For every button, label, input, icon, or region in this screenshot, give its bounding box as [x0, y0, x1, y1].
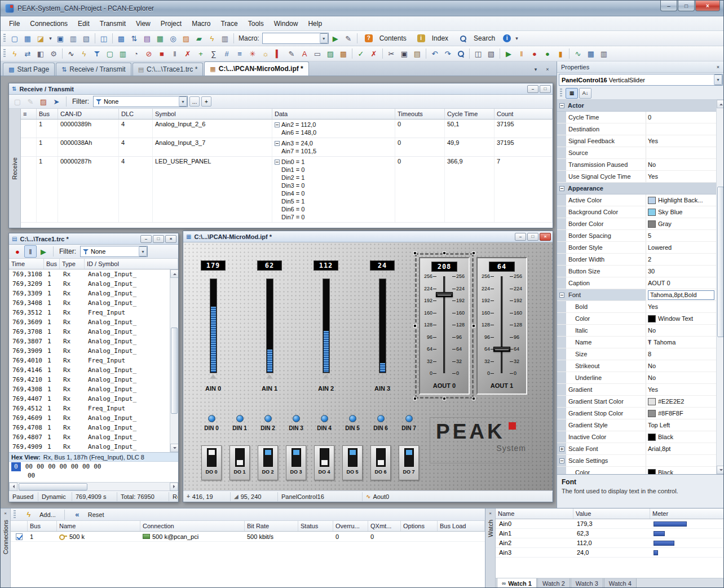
connect-icon[interactable]: ϟ	[8, 47, 21, 60]
pause-icon[interactable]: ‖	[24, 245, 37, 258]
column-header[interactable]: Data	[272, 109, 395, 119]
collapse-icon[interactable]	[559, 293, 564, 298]
ain-slider-track[interactable]	[210, 278, 217, 373]
column-header[interactable]: Bus	[28, 521, 57, 531]
watch-row[interactable]: Ain324,0	[496, 548, 724, 558]
pause-icon[interactable]: ‖	[515, 47, 528, 60]
watch-row[interactable]: Ain162,3	[496, 529, 724, 538]
about-arrow-icon[interactable]: ▾	[514, 32, 520, 45]
menu-window[interactable]: Window	[269, 17, 303, 30]
undo-icon[interactable]: ↶	[429, 47, 441, 60]
trace-hscrollbar[interactable]	[9, 482, 178, 490]
no-entry-icon[interactable]: ⊘	[143, 47, 155, 60]
property-value[interactable]: No	[646, 159, 716, 170]
property-value[interactable]: Tahoma,8pt,Bold	[646, 289, 716, 300]
menu-connections[interactable]: Connections	[25, 17, 73, 30]
column-header[interactable]: Symbol	[153, 109, 272, 119]
minimize-button[interactable]: –	[140, 235, 152, 243]
column-header[interactable]: Bus Load	[438, 521, 485, 531]
project-window-icon[interactable]: ◫	[98, 32, 110, 45]
property-value[interactable]: 8	[646, 348, 716, 360]
macros-window-icon[interactable]: ▰	[193, 32, 205, 45]
run-macro-icon[interactable]: ▶	[329, 32, 342, 45]
property-row[interactable]: Border Spacing5	[557, 230, 716, 242]
scroll-down-icon[interactable]	[170, 444, 178, 452]
print-preview-icon[interactable]: ▧	[80, 32, 92, 45]
watch-tab[interactable]: Watch 2	[537, 578, 570, 588]
property-value[interactable]: Yes	[646, 135, 716, 147]
property-row[interactable]: ColorWindow Text	[557, 313, 716, 325]
reset-button[interactable]: «Reset	[68, 509, 109, 521]
document-tab[interactable]: ⇅Receive / Transmit	[56, 63, 131, 76]
column-header[interactable]: Bus	[37, 109, 58, 119]
property-row[interactable]: Scale FontArial,8pt	[557, 443, 716, 455]
cancel-icon[interactable]: ✗	[368, 47, 380, 60]
column-header[interactable]: DLC	[119, 109, 153, 119]
filter-combo[interactable]: None ▼	[93, 96, 188, 107]
selection-handle[interactable]	[413, 251, 417, 255]
record-icon[interactable]: ●	[11, 245, 24, 258]
property-row[interactable]: Use Signal Cycle TimeYes	[557, 171, 716, 183]
column-header[interactable]: QXmt...	[368, 521, 401, 531]
chart-settings-icon[interactable]: ▦	[585, 47, 597, 60]
collapse-icon[interactable]	[559, 458, 564, 463]
property-row[interactable]: ColorBlack	[557, 467, 716, 474]
cut-icon[interactable]: ✂	[385, 47, 398, 60]
column-header[interactable]: Count	[495, 109, 553, 119]
selection-handle[interactable]	[472, 324, 475, 328]
object-selector-combo[interactable]: PanelControl16 VerticalSlider ▼	[559, 74, 723, 86]
aout-slider-thumb[interactable]	[436, 292, 453, 297]
property-value[interactable]: Yes	[646, 384, 716, 395]
ain-slider[interactable]: 24AIN 3	[369, 260, 396, 392]
dropdown-arrow-icon[interactable]: ▼	[139, 246, 147, 257]
aout-slider-track[interactable]	[443, 276, 445, 373]
trace-row[interactable]: 769,36091RxAnalog_Input_	[9, 317, 170, 327]
switch-rocker[interactable]	[207, 448, 217, 467]
selection-handle[interactable]	[472, 251, 475, 255]
menu-transmit[interactable]: Transmit	[95, 17, 131, 30]
aout-slider[interactable]: 6425625622422419219216016012812896966464…	[476, 257, 527, 395]
ain-slider-thumb[interactable]	[323, 374, 329, 379]
transmit-arrows-icon[interactable]: ⇄	[21, 47, 34, 60]
property-value[interactable]	[646, 455, 716, 466]
open-file-arrow-icon[interactable]: ▾	[47, 32, 54, 45]
maximize-button[interactable]: □	[527, 233, 538, 241]
switch-rocker[interactable]	[348, 448, 357, 467]
menu-file[interactable]: File	[4, 17, 25, 30]
gallery-icon[interactable]: ▩	[337, 47, 350, 60]
connections-side-label[interactable]: Connections	[2, 520, 9, 554]
alphabetical-button[interactable]: A↓	[579, 88, 591, 99]
panel-surface[interactable]: 179AIN 062AIN 1112AIN 224AIN 32082562562…	[183, 242, 553, 490]
add-signal-icon[interactable]: +	[195, 47, 207, 60]
menu-project[interactable]: Project	[156, 17, 187, 30]
property-value[interactable]: Top Left	[646, 419, 716, 431]
column-header[interactable]: Type	[60, 259, 85, 269]
property-row[interactable]: Signal FeedbackYes	[557, 135, 716, 147]
hex-view-body[interactable]: 00000000000000000	[9, 462, 178, 482]
trace-row[interactable]: 769,39091RxAnalog_Input_	[9, 346, 170, 356]
ain-slider[interactable]: 62AIN 1	[256, 260, 283, 392]
aout-slider-track[interactable]	[501, 276, 503, 373]
paste-icon[interactable]: ▤	[411, 47, 423, 60]
document-list-icon[interactable]: ▾	[531, 65, 540, 73]
dropdown-arrow-icon[interactable]: ▼	[179, 96, 187, 107]
property-row[interactable]: Gradient Stop Color#8F8F8F	[557, 408, 716, 419]
do-switch[interactable]: DO 1	[229, 445, 250, 480]
collapse-icon[interactable]	[275, 160, 280, 165]
column-header[interactable]: Value	[573, 509, 650, 519]
ain-slider[interactable]: 112AIN 2	[312, 260, 339, 392]
watch-tab[interactable]: ∞Watch 1	[497, 578, 537, 588]
receive-side-tab[interactable]: Receive	[9, 109, 21, 228]
switch-rocker[interactable]	[404, 448, 414, 467]
trace-row[interactable]: 769,47081RxAnalog_Input_	[9, 423, 170, 432]
selection-handle[interactable]	[443, 397, 446, 400]
property-row[interactable]: Destination	[557, 123, 716, 135]
record-icon[interactable]: ●	[528, 47, 541, 60]
property-value[interactable]	[646, 123, 716, 135]
watch-window-icon[interactable]: ◎	[167, 32, 179, 45]
close-connections-icon[interactable]: ×	[2, 510, 10, 517]
new-window-icon[interactable]: ◫	[472, 47, 484, 60]
filter-more-button[interactable]: ...	[189, 96, 200, 107]
hardware-icon[interactable]: ◧	[34, 47, 47, 60]
property-row[interactable]: Button Size30	[557, 266, 716, 277]
